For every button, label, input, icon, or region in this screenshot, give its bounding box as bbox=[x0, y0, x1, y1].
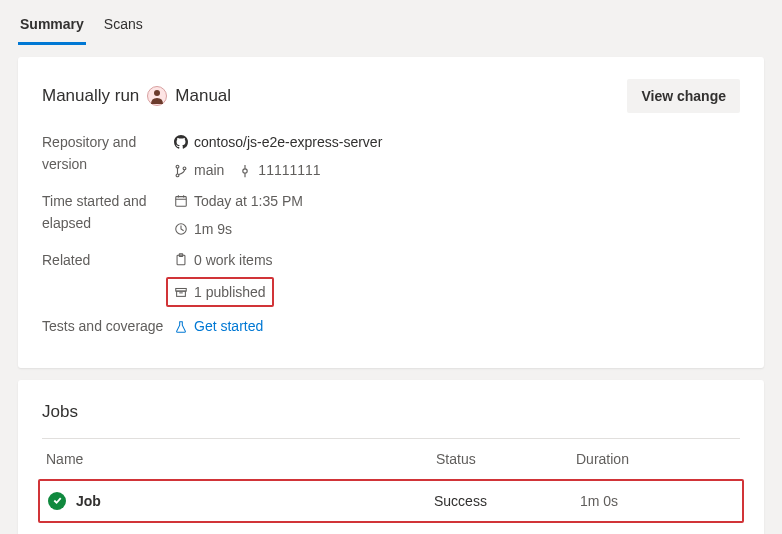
clock-icon bbox=[174, 222, 188, 236]
job-duration: 1m 0s bbox=[580, 493, 618, 509]
github-icon bbox=[174, 135, 188, 149]
svg-rect-5 bbox=[176, 197, 187, 207]
start-time: Today at 1:35 PM bbox=[194, 190, 303, 212]
branch-icon bbox=[174, 164, 188, 178]
svg-point-0 bbox=[154, 90, 160, 96]
clipboard-icon bbox=[174, 253, 188, 267]
job-name: Job bbox=[76, 493, 101, 509]
tabs: Summary Scans bbox=[0, 0, 782, 45]
elapsed-time: 1m 9s bbox=[194, 218, 232, 240]
jobs-table-header: Name Status Duration bbox=[42, 438, 740, 479]
svg-point-4 bbox=[243, 168, 247, 172]
get-started-link[interactable]: Get started bbox=[194, 315, 263, 337]
commit-icon bbox=[238, 164, 252, 178]
col-name: Name bbox=[46, 451, 436, 467]
beaker-icon bbox=[174, 320, 188, 334]
col-status: Status bbox=[436, 451, 576, 467]
commit-hash: 11111111 bbox=[258, 159, 320, 181]
avatar bbox=[147, 86, 167, 106]
label-related: Related bbox=[42, 249, 174, 308]
success-icon bbox=[48, 492, 66, 510]
svg-rect-10 bbox=[177, 291, 186, 296]
label-repo: Repository and version bbox=[42, 131, 174, 182]
jobs-title: Jobs bbox=[42, 402, 740, 422]
page-title: Manually run Manual bbox=[42, 86, 231, 106]
svg-point-1 bbox=[176, 165, 179, 168]
tab-scans[interactable]: Scans bbox=[102, 8, 145, 45]
run-suffix: Manual bbox=[175, 86, 231, 106]
summary-card: Manually run Manual View change Reposito… bbox=[18, 57, 764, 368]
artifact-icon bbox=[174, 285, 188, 299]
repo-name: contoso/js-e2e-express-server bbox=[194, 131, 382, 153]
work-items-count: 0 work items bbox=[194, 249, 273, 271]
calendar-icon bbox=[174, 194, 188, 208]
label-time: Time started and elapsed bbox=[42, 190, 174, 241]
job-row-highlight: Job Success 1m 0s bbox=[38, 479, 744, 523]
jobs-card: Jobs Name Status Duration Job Success 1m… bbox=[18, 380, 764, 534]
run-prefix: Manually run bbox=[42, 86, 139, 106]
published-highlight: 1 published bbox=[166, 277, 274, 307]
published-link[interactable]: 1 published bbox=[194, 281, 266, 303]
table-row[interactable]: Job Success 1m 0s bbox=[40, 481, 742, 521]
tab-summary[interactable]: Summary bbox=[18, 8, 86, 45]
view-change-button[interactable]: View change bbox=[627, 79, 740, 113]
label-tests: Tests and coverage bbox=[42, 315, 174, 337]
svg-point-2 bbox=[176, 174, 179, 177]
col-duration: Duration bbox=[576, 451, 736, 467]
svg-point-3 bbox=[183, 167, 186, 170]
branch-name: main bbox=[194, 159, 224, 181]
job-status: Success bbox=[434, 493, 574, 509]
